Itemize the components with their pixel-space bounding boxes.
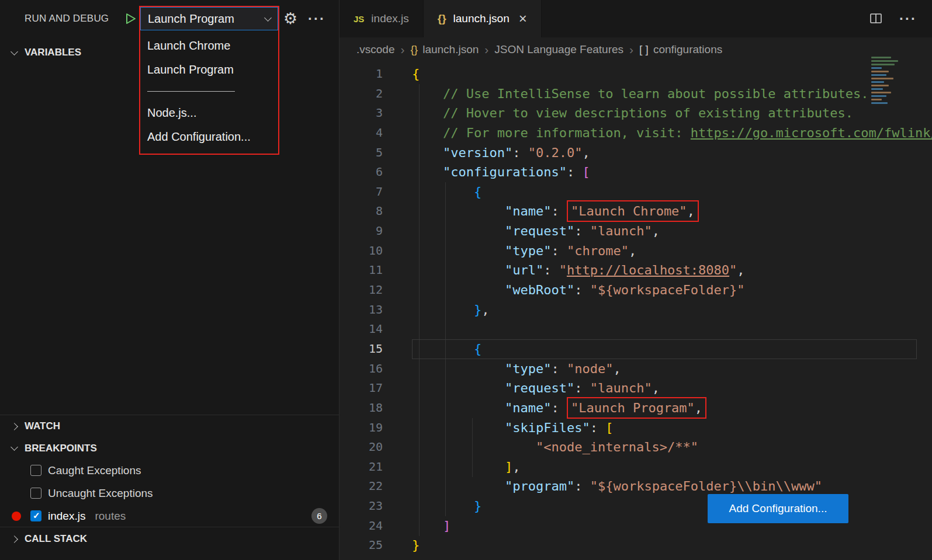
code-line[interactable]: { <box>412 182 932 202</box>
chevron-right-icon <box>11 423 18 430</box>
line-number: 4 <box>339 123 383 143</box>
editor-region: JSindex.js{}launch.json× ··· .vscode›{}l… <box>339 0 932 560</box>
line-number: 20 <box>339 437 383 457</box>
section-call-stack[interactable]: CALL STACK <box>0 527 339 551</box>
breadcrumb-item-vscode[interactable]: .vscode <box>356 43 394 56</box>
code-line[interactable]: } <box>412 535 932 555</box>
line-number: 3 <box>339 103 383 123</box>
checkbox-unchecked[interactable] <box>30 488 41 499</box>
close-icon[interactable]: × <box>519 12 527 26</box>
line-number: 24 <box>339 516 383 536</box>
line-number: 16 <box>339 359 383 379</box>
line-number: 25 <box>339 535 383 555</box>
breadcrumb-item-configurations[interactable]: [ ]configurations <box>639 43 722 56</box>
editor-more-actions-icon[interactable]: ··· <box>899 11 917 27</box>
code-line[interactable]: }, <box>412 300 932 320</box>
breadcrumb-item-json-language-features[interactable]: JSON Language Features <box>494 43 623 56</box>
breakpoint-detail: routes <box>95 510 126 523</box>
vscode-window: RUN AND DEBUG ⚙ ··· VARIABLES WATCH BREA… <box>0 0 932 560</box>
line-number: 7 <box>339 182 383 202</box>
line-number: 22 <box>339 476 383 496</box>
checkbox-checked[interactable] <box>30 510 41 521</box>
breadcrumb-item-launch-json[interactable]: {}launch.json <box>410 43 479 56</box>
code-line[interactable]: "type": "node", <box>412 359 932 379</box>
code-line[interactable]: "request": "launch", <box>412 378 932 398</box>
code-line[interactable]: "program": "${workspaceFolder}\\bin\\www… <box>412 476 932 496</box>
code-line[interactable]: { <box>412 64 932 84</box>
breakpoint-row[interactable]: index.jsroutes6 <box>0 505 339 527</box>
json-file-icon: {} <box>438 12 446 25</box>
code-line[interactable]: "name": "Launch Program", <box>412 398 932 418</box>
tab-index-js[interactable]: JSindex.js <box>339 0 424 37</box>
breakpoint-row[interactable]: Uncaught Exceptions <box>0 482 339 505</box>
tab-label: launch.json <box>453 12 510 25</box>
breadcrumb-label: .vscode <box>356 43 394 56</box>
code-line[interactable]: ], <box>412 457 932 477</box>
gear-icon[interactable]: ⚙ <box>283 9 297 28</box>
line-number: 5 <box>339 143 383 163</box>
code-line[interactable]: // Use IntelliSense to learn about possi… <box>412 84 932 104</box>
breakpoints-list: Caught ExceptionsUncaught Exceptionsinde… <box>0 459 339 527</box>
breakpoint-icon[interactable] <box>12 512 21 521</box>
menu-item-node-js[interactable]: Node.js... <box>140 101 278 125</box>
breadcrumb-label: launch.json <box>422 43 479 56</box>
line-number: 10 <box>339 241 383 261</box>
code-line[interactable]: "version": "0.2.0", <box>412 143 932 163</box>
line-number: 6 <box>339 162 383 182</box>
menu-item-launch-chrome[interactable]: Launch Chrome <box>140 34 278 58</box>
debug-config-dropdown[interactable]: Launch Program <box>140 7 278 30</box>
code-line[interactable]: "<node_internals>/**" <box>412 437 932 457</box>
chevron-down-icon <box>11 443 18 451</box>
add-configuration-button[interactable]: Add Configuration... <box>708 494 848 523</box>
menu-item-add-configuration[interactable]: Add Configuration... <box>140 125 278 149</box>
code-editor[interactable]: 1234567891011121314151617181920212223242… <box>339 62 932 560</box>
split-editor-icon[interactable] <box>869 12 883 26</box>
checkbox-unchecked[interactable] <box>30 465 41 476</box>
code-line[interactable]: "configurations": [ <box>412 162 932 182</box>
code-line[interactable]: "url": "http://localhost:8080", <box>412 260 932 280</box>
line-number: 8 <box>339 201 383 221</box>
tab-launch-json[interactable]: {}launch.json× <box>424 0 542 37</box>
code-line[interactable]: } <box>412 496 932 516</box>
javascript-file-icon: JS <box>354 14 364 24</box>
menu-item-launch-program[interactable]: Launch Program <box>140 58 278 82</box>
chevron-right-icon <box>11 535 18 543</box>
code-line[interactable]: "name": "Launch Chrome", <box>412 201 932 221</box>
code-line[interactable]: "type": "chrome", <box>412 241 932 261</box>
code-line[interactable]: "webRoot": "${workspaceFolder}" <box>412 280 932 300</box>
more-actions-icon[interactable]: ··· <box>308 11 325 27</box>
section-breakpoints[interactable]: BREAKPOINTS <box>0 437 339 459</box>
minimap[interactable] <box>869 55 903 109</box>
count-badge: 6 <box>311 508 327 524</box>
code-line[interactable] <box>412 319 932 339</box>
line-number: 11 <box>339 260 383 280</box>
section-label: WATCH <box>25 420 60 432</box>
line-number: 21 <box>339 457 383 477</box>
line-number: 12 <box>339 280 383 300</box>
breakpoint-label: index.js <box>48 510 85 523</box>
breakpoint-label: Uncaught Exceptions <box>48 487 153 500</box>
tab-bar: JSindex.js{}launch.json× ··· <box>339 0 932 37</box>
chevron-down-icon <box>264 14 272 22</box>
code-line[interactable]: { <box>412 339 932 359</box>
code-line[interactable]: // For more information, visit: https://… <box>412 123 932 143</box>
code-line[interactable]: "skipFiles": [ <box>412 418 932 438</box>
code-line[interactable]: "request": "launch", <box>412 221 932 241</box>
debug-config-menu: Launch ChromeLaunch ProgramNode.js...Add… <box>140 30 278 154</box>
breadcrumb-separator: › <box>484 43 488 57</box>
breakpoint-row[interactable]: Caught Exceptions <box>0 459 339 482</box>
line-number: 1 <box>339 64 383 84</box>
code-lines[interactable]: { // Use IntelliSense to learn about pos… <box>412 64 932 555</box>
editor-actions: ··· <box>869 0 932 37</box>
run-debug-sidebar: RUN AND DEBUG ⚙ ··· VARIABLES WATCH BREA… <box>0 0 339 560</box>
breadcrumb-separator: › <box>400 43 404 57</box>
line-number: 13 <box>339 300 383 320</box>
start-debugging-icon[interactable] <box>123 12 137 26</box>
code-line[interactable]: // Hover to view descriptions of existin… <box>412 103 932 123</box>
section-label: CALL STACK <box>25 533 87 545</box>
code-line[interactable]: ] <box>412 516 932 536</box>
line-number: 23 <box>339 496 383 516</box>
section-watch[interactable]: WATCH <box>0 415 339 437</box>
line-number: 14 <box>339 319 383 339</box>
breadcrumb-label: JSON Language Features <box>494 43 623 56</box>
